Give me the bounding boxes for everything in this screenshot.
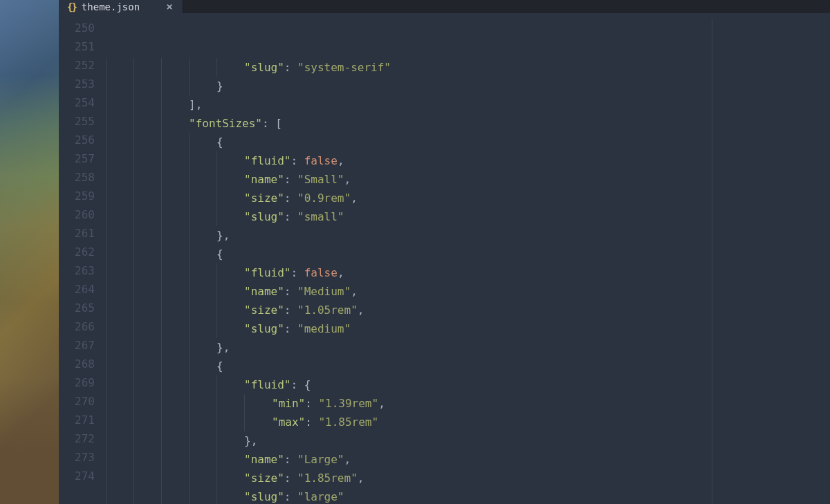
indent-guide [189,469,190,487]
indent-guide [106,170,107,189]
line-number: 262 [59,243,95,261]
indent-guide [161,487,162,504]
indent-guide [133,189,134,207]
code-line[interactable]: "fluid": false, [106,151,830,170]
token-key: "slug" [244,487,284,504]
code-line[interactable]: "name": "Medium", [106,282,830,301]
indent-guide [133,133,134,151]
indent-guide [161,263,162,282]
indent-guide [189,338,190,357]
line-number: 268 [59,355,95,373]
token-punc: : [284,469,297,487]
token-punc: , [344,450,351,469]
code-line[interactable]: "min": "1.39rem", [106,394,830,413]
indent-guide [189,450,190,469]
code-content[interactable]: "slug": "system-serif"}],"fontSizes": [{… [106,19,830,504]
file-tab[interactable]: {} theme.json × [59,0,183,13]
code-line[interactable]: { [106,245,830,263]
line-number: 256 [59,131,95,149]
code-line[interactable]: } [106,77,830,95]
code-line[interactable]: }, [106,338,830,357]
code-line[interactable]: { [106,357,830,375]
token-punc: : [290,263,304,282]
token-punc: : { [290,375,311,394]
indent-guide [161,394,162,413]
code-line[interactable]: "size": "1.05rem", [106,301,830,319]
indent-guide [133,226,134,245]
code-line[interactable]: { [106,133,830,151]
indent-guide [216,375,217,394]
code-line[interactable]: "name": "Small", [106,170,830,189]
indent-guide [189,226,190,245]
indent-guide [161,338,162,357]
token-punc: : [284,170,297,189]
indent-guide [189,189,190,207]
indent-guide [216,431,217,450]
indent-guide [106,487,107,504]
code-line[interactable]: "slug": "medium" [106,319,830,338]
indent-guide [161,170,162,189]
code-line[interactable]: }, [106,431,830,450]
line-number: 274 [59,467,95,485]
indent-guide [161,375,162,394]
close-tab-icon[interactable]: × [166,0,173,13]
editor-area: {} theme.json × 250251252253254255256257… [59,0,830,504]
line-number: 272 [59,429,95,448]
token-key: "size" [244,469,284,487]
indent-guide [106,319,107,338]
code-line[interactable]: ], [106,95,830,114]
indent-guide [216,394,217,413]
code-line[interactable]: }, [106,226,830,245]
indent-guide [216,282,217,301]
indent-guide [133,301,134,319]
indent-guide [106,58,107,77]
indent-guide [161,450,162,469]
code-line[interactable]: "slug": "small" [106,207,830,226]
token-punc: , [344,170,351,189]
token-punc: : [290,151,304,170]
indent-guide [189,58,190,77]
token-punc: : [284,487,297,504]
code-line[interactable]: "slug": "system-serif" [106,58,830,77]
indent-guide [161,469,162,487]
line-number: 254 [59,93,95,112]
token-key: "fluid" [244,263,290,282]
line-number: 250 [59,19,95,37]
indent-guide [133,95,134,114]
indent-guide [161,226,162,245]
token-punc: , [358,469,365,487]
code-line[interactable]: "fluid": { [106,375,830,394]
code-editor[interactable]: 2502512522532542552562572582592602612622… [59,13,830,504]
line-number: 270 [59,392,95,411]
code-line[interactable]: "name": "Large", [106,450,830,469]
code-line[interactable]: "max": "1.85rem" [106,413,830,431]
line-number: 261 [59,224,95,243]
token-punc: { [216,133,223,151]
code-line[interactable]: "size": "0.9rem", [106,189,830,207]
indent-guide [189,282,190,301]
line-number-gutter: 2502512522532542552562572582592602612622… [59,19,106,504]
indent-guide [106,431,107,450]
token-punc: : [284,319,297,338]
token-punc: : [284,207,297,226]
code-line[interactable]: "fontSizes": [ [106,114,830,133]
indent-guide [106,245,107,263]
indent-guide [161,114,162,133]
line-number: 264 [59,280,95,299]
indent-guide [161,357,162,375]
code-line[interactable]: "slug": "large" [106,487,830,504]
token-str: "1.85rem" [318,413,378,431]
indent-guide [189,394,190,413]
indent-guide [161,189,162,207]
token-punc: , [358,301,365,319]
code-line[interactable]: "size": "1.85rem", [106,469,830,487]
indent-guide [106,282,107,301]
code-line[interactable]: "fluid": false, [106,263,830,282]
token-punc: , [338,151,344,170]
token-str: "small" [297,207,344,226]
indent-guide [106,375,107,394]
line-number: 263 [59,261,95,280]
indent-guide [161,77,162,95]
indent-guide [189,357,190,375]
indent-guide [189,170,190,189]
